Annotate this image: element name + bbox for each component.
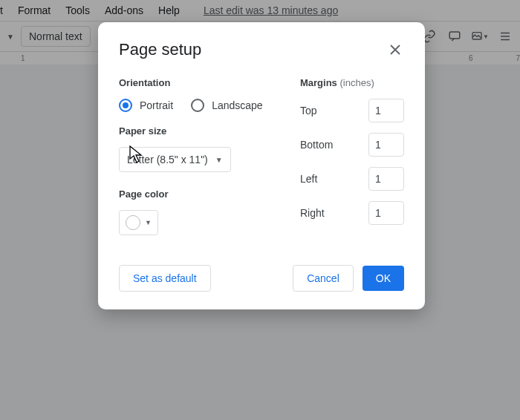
orientation-landscape-radio[interactable]: Landscape xyxy=(191,99,263,112)
close-icon xyxy=(390,45,400,55)
page-color-select[interactable]: ▼ xyxy=(119,210,158,235)
paper-size-label: Paper size xyxy=(119,125,276,137)
margins-label: Margins (inches) xyxy=(300,77,404,88)
margin-top-input[interactable] xyxy=(368,99,404,122)
radio-icon xyxy=(119,99,132,112)
page-color-label: Page color xyxy=(119,188,276,200)
radio-icon xyxy=(191,99,204,112)
orientation-landscape-label: Landscape xyxy=(212,99,263,111)
margin-right-input[interactable] xyxy=(368,201,404,225)
orientation-label: Orientation xyxy=(119,77,276,88)
paper-size-select[interactable]: Letter (8.5" x 11") ▼ xyxy=(119,147,231,172)
ok-button[interactable]: OK xyxy=(363,266,404,291)
caret-down-icon: ▼ xyxy=(145,219,152,226)
margin-right-label: Right xyxy=(300,207,325,219)
page-setup-dialog: Page setup Orientation Portrait Landscap… xyxy=(98,22,425,309)
margin-bottom-label: Bottom xyxy=(300,139,333,151)
margins-unit-hint: (inches) xyxy=(339,77,374,88)
margin-bottom-input[interactable] xyxy=(368,133,404,157)
margin-left-input[interactable] xyxy=(368,167,404,191)
margin-top-label: Top xyxy=(300,105,317,117)
orientation-portrait-radio[interactable]: Portrait xyxy=(119,99,173,112)
caret-down-icon: ▼ xyxy=(215,156,223,164)
close-button[interactable] xyxy=(386,41,404,59)
margin-left-label: Left xyxy=(300,173,317,185)
orientation-portrait-label: Portrait xyxy=(140,99,173,111)
cancel-button[interactable]: Cancel xyxy=(293,265,354,292)
set-default-button[interactable]: Set as default xyxy=(119,265,211,292)
dialog-title: Page setup xyxy=(119,40,201,59)
paper-size-value: Letter (8.5" x 11") xyxy=(127,154,208,165)
color-swatch-circle xyxy=(126,215,140,230)
